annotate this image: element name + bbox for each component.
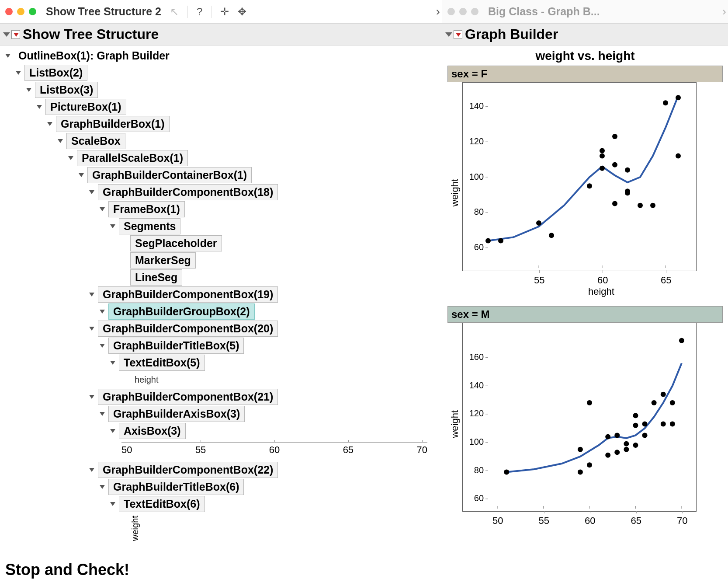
tree-node-label[interactable]: GraphBuilderBox(1): [56, 116, 170, 132]
tree-row[interactable]: LineSeg: [3, 269, 442, 286]
disclosure-icon[interactable]: [37, 105, 42, 109]
tree-row[interactable]: TextEditBox(5): [3, 354, 442, 371]
tree-row[interactable]: ListBox(3): [3, 81, 442, 98]
disclosure-icon[interactable]: [445, 32, 452, 37]
tree-row[interactable]: GraphBuilderComponentBox(18): [3, 184, 442, 201]
move-icon[interactable]: ✥: [238, 6, 246, 18]
disclosure-icon[interactable]: [68, 156, 73, 160]
disclosure-icon[interactable]: [58, 139, 63, 143]
tree-node-label[interactable]: OutlineBox(1): Graph Builder: [14, 48, 174, 63]
tree-row[interactable]: weight: [3, 513, 442, 543]
overflow-icon[interactable]: ››: [722, 5, 723, 18]
tree-node-label[interactable]: Segments: [119, 218, 180, 234]
tree-node-label[interactable]: FrameBox(1): [108, 201, 185, 217]
tree-row[interactable]: TextEditBox(6): [3, 495, 442, 513]
overflow-icon[interactable]: ››: [436, 5, 437, 18]
tree-node-label[interactable]: PictureBox(1): [45, 99, 126, 115]
disclosure-icon[interactable]: [89, 327, 94, 331]
minimize-window-icon[interactable]: [17, 8, 24, 15]
tree-row[interactable]: height: [3, 371, 442, 388]
tree-row[interactable]: AxisBox(3): [3, 422, 442, 439]
tree-row[interactable]: ScaleBox: [3, 133, 442, 150]
tree-node-label[interactable]: GraphBuilderComponentBox(21): [98, 389, 278, 405]
tree-row[interactable]: Segments: [3, 218, 442, 235]
disclosure-icon[interactable]: [100, 310, 105, 314]
disclosure-icon[interactable]: [47, 122, 52, 126]
disclosure-icon[interactable]: [110, 224, 115, 228]
tree-row[interactable]: PictureBox(1): [3, 98, 442, 115]
tree-node-label[interactable]: SegPlaceholder: [130, 235, 222, 251]
tree-row[interactable]: GraphBuilderComponentBox(19): [3, 286, 442, 303]
tree-row[interactable]: SegPlaceholder: [3, 235, 442, 252]
disclosure-icon[interactable]: [110, 429, 115, 433]
tree-node-label[interactable]: TextEditBox(6): [119, 496, 205, 512]
disclosure-icon[interactable]: [89, 293, 94, 296]
tree-node-label[interactable]: GraphBuilderContainerBox(1): [87, 167, 252, 183]
disclosure-icon[interactable]: [79, 173, 84, 177]
disclosure-icon[interactable]: [100, 412, 105, 416]
close-window-icon[interactable]: [5, 8, 13, 15]
tree-row[interactable]: GraphBuilderTitleBox(5): [3, 337, 442, 354]
disclosure-icon[interactable]: [110, 502, 115, 506]
disclosure-icon[interactable]: [16, 71, 21, 75]
tree-node-label[interactable]: GraphBuilderComponentBox(19): [98, 286, 278, 303]
tree-row[interactable]: MarkerSeg: [3, 252, 442, 269]
pointer-icon[interactable]: ↖: [170, 6, 179, 18]
tree-node-label[interactable]: ScaleBox: [66, 133, 125, 149]
zoom-window-icon[interactable]: [471, 8, 478, 15]
tree-row[interactable]: 5055606570: [3, 439, 442, 461]
tree-row[interactable]: GraphBuilderComponentBox(21): [3, 388, 442, 405]
disclosure-icon[interactable]: [3, 32, 10, 37]
disclosure-icon[interactable]: [100, 344, 105, 348]
disclosure-icon[interactable]: [100, 485, 105, 489]
tree-row[interactable]: FrameBox(1): [3, 201, 442, 218]
tree-row[interactable]: OutlineBox(1): Graph Builder: [3, 47, 442, 64]
disclosure-icon[interactable]: [89, 395, 94, 399]
minimize-window-icon[interactable]: [459, 8, 467, 15]
tree-node-label[interactable]: weight: [130, 515, 140, 541]
tree-node-label[interactable]: GraphBuilderComponentBox(20): [98, 321, 278, 337]
disclosure-icon[interactable]: [89, 190, 94, 194]
tree-row[interactable]: ListBox(2): [3, 64, 442, 81]
disclosure-icon[interactable]: [100, 207, 105, 211]
help-icon[interactable]: ?: [197, 6, 202, 18]
tree-row[interactable]: GraphBuilderComponentBox(22): [3, 461, 442, 478]
arrange-icon[interactable]: ✛: [220, 6, 229, 18]
tree-node-label[interactable]: GraphBuilderTitleBox(5): [108, 338, 244, 354]
disclosure-icon[interactable]: [89, 468, 94, 472]
tree-row[interactable]: GraphBuilderContainerBox(1): [3, 167, 442, 184]
tree-row[interactable]: GraphBuilderAxisBox(3): [3, 405, 442, 422]
tree-node-label[interactable]: GraphBuilderComponentBox(18): [98, 184, 278, 200]
disclosure-icon[interactable]: [110, 361, 115, 365]
tree-node-label[interactable]: GraphBuilderComponentBox(22): [98, 462, 278, 478]
tree-node-label[interactable]: ListBox(2): [24, 65, 87, 81]
group-label-f[interactable]: sex = F: [447, 66, 723, 82]
scatter-chart-m[interactable]: [462, 323, 697, 512]
close-window-icon[interactable]: [447, 8, 455, 15]
disclosure-icon[interactable]: [26, 88, 31, 92]
group-label-m[interactable]: sex = M: [447, 306, 723, 323]
tree-node-label[interactable]: height: [130, 373, 163, 386]
tree-row[interactable]: GraphBuilderGroupBox(2): [3, 303, 442, 320]
axis-tick: 65: [661, 275, 671, 286]
axis-tick: 65: [631, 515, 641, 527]
disclosure-icon[interactable]: [5, 54, 10, 58]
tree-row[interactable]: ParallelScaleBox(1): [3, 150, 442, 167]
tree-node-label[interactable]: ListBox(3): [35, 82, 98, 98]
zoom-window-icon[interactable]: [29, 8, 36, 15]
tree-row[interactable]: GraphBuilderBox(1): [3, 115, 442, 133]
red-triangle-menu-icon[interactable]: [454, 30, 462, 39]
tree-node-label[interactable]: GraphBuilderAxisBox(3): [108, 406, 245, 422]
tree-node-label[interactable]: TextEditBox(5): [119, 355, 205, 371]
tree-node-label[interactable]: ParallelScaleBox(1): [77, 150, 188, 166]
tree-node-label[interactable]: LineSeg: [130, 269, 182, 286]
tree-structure[interactable]: OutlineBox(1): Graph BuilderListBox(2)Li…: [0, 45, 442, 561]
scatter-chart-f[interactable]: [462, 82, 697, 271]
tree-node-label[interactable]: MarkerSeg: [130, 252, 196, 269]
tree-row[interactable]: GraphBuilderTitleBox(6): [3, 478, 442, 495]
tree-node-label[interactable]: GraphBuilderTitleBox(6): [108, 479, 244, 495]
tree-row[interactable]: GraphBuilderComponentBox(20): [3, 320, 442, 337]
tree-node-label[interactable]: GraphBuilderGroupBox(2): [108, 303, 255, 320]
tree-node-label[interactable]: AxisBox(3): [119, 423, 186, 439]
red-triangle-menu-icon[interactable]: [11, 30, 20, 39]
